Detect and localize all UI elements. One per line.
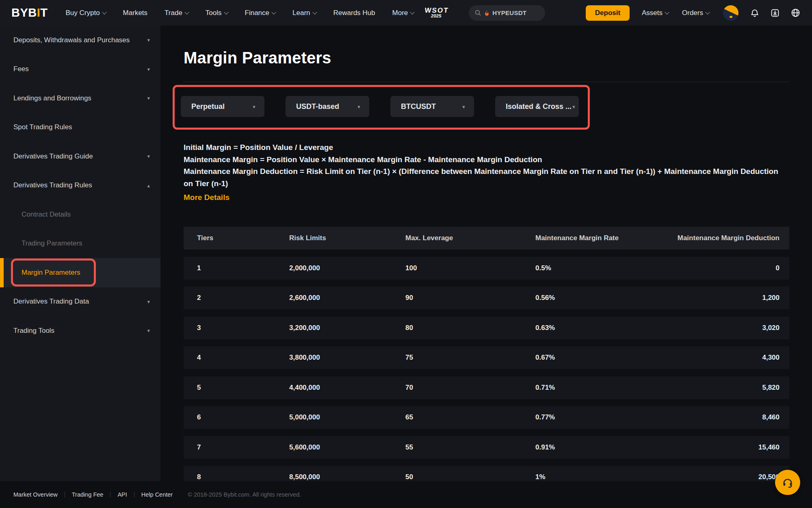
user-avatar[interactable] [723,5,738,21]
nav-item-assets[interactable]: Assets [642,9,669,17]
sidebar-item-contract-details[interactable]: Contract Details [0,200,160,229]
cell-risk-limit: 3,200,000 [289,324,405,332]
column-header-maintenance-margin-deduction: Maintenance Margin Deduction [658,234,780,242]
footer-link-api[interactable]: API [117,491,127,498]
support-chat-button[interactable] [775,470,800,495]
more-details-link[interactable]: More Details [184,193,230,202]
table-header-row: Tiers Risk Limits Max. Leverage Maintena… [184,227,789,250]
chevron-down-icon [705,10,710,14]
sidebar-item-label: Contract Details [22,211,71,219]
sidebar-item-lendings-borrowings[interactable]: Lendings and Borrowings▾ [0,84,160,113]
formula-maintenance-margin: Maintenance Margin = Position Value × Ma… [184,154,789,166]
nav-item-label: Buy Crypto [66,9,100,17]
table-row: 3 3,200,000 80 0.63% 3,020 [184,317,789,339]
cell-mmd: 20,500 [658,473,780,481]
sidebar-item-fees[interactable]: Fees▾ [0,55,160,84]
sidebar-item-label: Lendings and Borrowings [13,94,91,102]
cell-tier: 6 [197,413,289,421]
globe-icon [790,8,801,18]
column-header-maintenance-margin-rate: Maintenance Margin Rate [535,234,658,242]
cell-risk-limit: 5,600,000 [289,443,405,452]
chevron-down-icon [665,10,669,14]
sidebar-item-derivatives-trading-guide[interactable]: Derivatives Trading Guide▾ [0,142,160,171]
cell-mmd: 3,020 [658,324,780,332]
nav-item-finance[interactable]: Finance [245,9,275,17]
sidebar-item-label: Fees [13,65,29,73]
footer-separator [110,492,110,497]
search-input[interactable]: HYPEUSDT [469,5,545,21]
nav-item-trade[interactable]: Trade [165,9,188,17]
nav-item-rewards-hub[interactable]: Rewards Hub [333,9,375,17]
triangle-up-icon: ▴ [147,182,150,189]
bybit-logo[interactable]: BYBIT [11,6,48,20]
settlement-dropdown[interactable]: USDT-based▼ [286,96,369,117]
nav-item-more[interactable]: More [392,9,414,17]
sidebar-item-label: Derivatives Trading Guide [13,152,93,161]
sidebar-item-label: Derivatives Trading Data [13,297,89,306]
dropdown-value: Perpetual [191,102,225,111]
contract-type-dropdown[interactable]: Perpetual▼ [181,96,264,117]
bell-icon [750,8,760,18]
cell-max-leverage: 50 [405,473,535,481]
footer-link-trading-fee[interactable]: Trading Fee [72,491,104,498]
footer-link-market-overview[interactable]: Market Overview [13,491,58,498]
cell-mmd: 8,460 [658,413,780,421]
formula-maintenance-margin-deduction: Maintenance Margin Deduction = Risk Limi… [184,165,789,189]
cell-mmr: 0.5% [535,264,658,272]
deposit-button[interactable]: Deposit [586,5,630,21]
top-navbar: BYBIT Buy Crypto Markets Trade Tools Fin… [0,0,812,26]
sidebar-item-label: Deposits, Withdrawals and Purchases [13,36,130,44]
triangle-down-icon: ▾ [147,153,150,159]
footer-separator [134,492,134,497]
chevron-down-icon [102,10,106,14]
cell-mmr: 0.91% [535,443,658,452]
cell-max-leverage: 100 [405,264,535,272]
sidebar-item-deposits-withdrawals[interactable]: Deposits, Withdrawals and Purchases▾ [0,26,160,55]
download-app-button[interactable] [770,8,780,18]
logo-text-left: BYB [11,6,37,20]
cell-max-leverage: 90 [405,294,535,302]
formula-initial-margin: Initial Margin = Position Value / Levera… [184,141,789,154]
table-row: 7 5,600,000 55 0.91% 15,460 [184,436,789,459]
column-header-tiers: Tiers [197,234,289,242]
logo-text-accent: I [37,6,41,20]
sidebar-item-trading-parameters[interactable]: Trading Parameters [0,229,160,258]
cell-risk-limit: 2,000,000 [289,264,405,272]
headset-icon [782,476,794,488]
margin-mode-dropdown[interactable]: Isolated & Cross ...▼ [495,96,579,117]
table-row: 5 4,400,000 70 0.71% 5,820 [184,376,789,399]
chevron-down-icon [312,10,317,14]
cell-mmd: 1,200 [658,294,780,302]
cell-tier: 7 [197,443,289,452]
flame-icon [484,10,489,16]
nav-item-learn[interactable]: Learn [292,9,316,17]
nav-item-label: Tools [206,9,222,17]
sidebar-item-derivatives-trading-data[interactable]: Derivatives Trading Data▾ [0,287,160,317]
sidebar-item-trading-tools[interactable]: Trading Tools▾ [0,316,160,345]
notifications-button[interactable] [750,8,760,18]
footer-link-help-center[interactable]: Help Center [141,491,173,498]
sidebar-item-label: Derivatives Trading Rules [13,181,92,189]
cell-mmd: 0 [658,264,780,272]
chevron-down-icon [410,10,415,14]
sidebar-item-label: Spot Trading Rules [13,123,72,131]
language-button[interactable] [790,8,801,18]
sidebar-item-derivatives-trading-rules[interactable]: Derivatives Trading Rules▴ [0,171,160,200]
nav-item-markets[interactable]: Markets [123,9,147,17]
dropdown-arrow-icon: ▼ [461,104,466,109]
wsot-2025-logo[interactable]: WSOT 2025 [424,7,449,18]
cell-risk-limit: 2,600,000 [289,294,405,302]
cell-risk-limit: 8,500,000 [289,473,405,481]
nav-item-orders[interactable]: Orders [682,9,709,17]
nav-item-buy-crypto[interactable]: Buy Crypto [66,9,106,17]
column-header-max-leverage: Max. Leverage [405,234,535,242]
sidebar-item-margin-parameters[interactable]: Margin Parameters [0,258,160,287]
download-icon [770,8,780,18]
page-title: Margin Parameters [184,48,789,67]
triangle-down-icon: ▾ [147,328,150,334]
cell-mmr: 0.56% [535,294,658,302]
sidebar-item-spot-trading-rules[interactable]: Spot Trading Rules [0,113,160,142]
cell-max-leverage: 70 [405,384,535,392]
nav-item-tools[interactable]: Tools [206,9,228,17]
symbol-dropdown[interactable]: BTCUSDT▼ [390,96,474,117]
